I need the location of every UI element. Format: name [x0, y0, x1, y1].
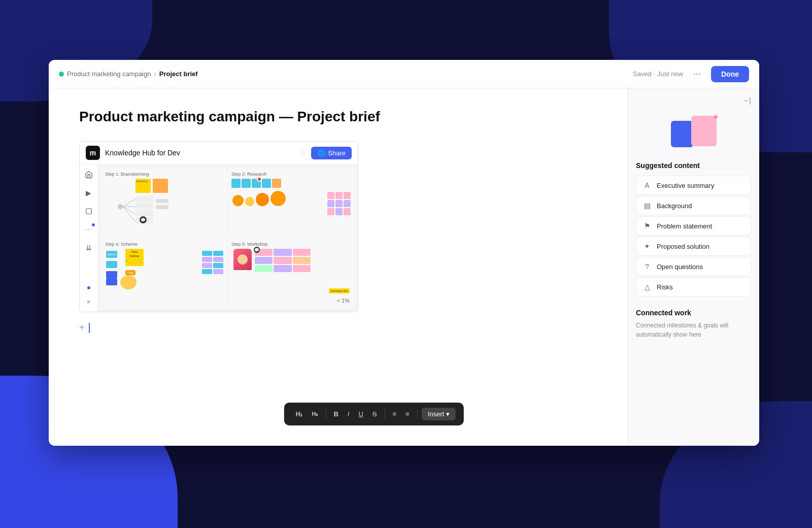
flow-node3 [202, 257, 212, 262]
svg-rect-11 [156, 205, 168, 209]
svg-rect-0 [86, 209, 91, 214]
collapse-sidebar-button[interactable]: →| [742, 96, 751, 105]
blob-shape [120, 275, 137, 289]
done-button[interactable]: Done [711, 66, 749, 82]
ws-sticky9 [293, 265, 311, 272]
bullet-list-button[interactable]: ≡ [389, 408, 400, 420]
circle-yellow1 [245, 197, 254, 206]
ws-sticky5 [274, 257, 291, 264]
suggested-content-list: A Executive summary ▤ Background ⚑ Probl… [636, 176, 751, 296]
ws-sticky8 [274, 265, 291, 272]
proposed-solution-label: Proposed solution [657, 243, 709, 250]
saved-status: Saved · Just now [633, 70, 683, 78]
svg-line-5 [123, 207, 136, 222]
diga-label: Diga [125, 270, 136, 275]
miro-quadrant-scheme[interactable]: Step 4: Scheme Joanne Databackup → [102, 239, 227, 308]
ws-sticky6 [293, 257, 311, 264]
miro-percent: < 1% [337, 298, 350, 304]
miro-dot-icon[interactable] [87, 286, 90, 289]
miro-nav-icon[interactable]: ⇊ [83, 242, 95, 254]
miro-canvas[interactable]: Step 1: Brainstorming Marketing [98, 164, 358, 312]
sticky-purple3 [344, 200, 351, 207]
ws-sticky3 [293, 249, 311, 256]
underline-button[interactable]: U [355, 408, 366, 420]
risks-icon: △ [642, 283, 652, 291]
circle-orange2 [256, 193, 269, 206]
suggested-item-open-questions[interactable]: ? Open questions [636, 257, 751, 276]
flow-node7 [202, 269, 212, 274]
miro-frame-icon[interactable] [83, 205, 95, 217]
suggested-item-proposed-solution[interactable]: ✦ Proposed solution [636, 237, 751, 256]
strikethrough-button[interactable]: S [369, 408, 381, 420]
miro-board-title: Knowledge Hub for Dev [105, 149, 294, 157]
miro-quadrant-research[interactable]: Step 2: Research [228, 169, 354, 238]
mind-map-svg [105, 189, 224, 224]
suggested-content-title: Suggested content [636, 161, 751, 170]
format-toolbar: H₁ H₂ B I U S ≡ ≡ Insert ▾ [284, 403, 464, 425]
breadcrumb-parent[interactable]: Product marketing campaign [67, 70, 151, 78]
cursor-area[interactable]: + [79, 322, 597, 333]
bold-button[interactable]: B [330, 408, 342, 420]
flow-node6 [213, 263, 223, 268]
header-bar: Product marketing campaign › Project bri… [49, 60, 759, 88]
sidebar-illustration: ✦ [636, 111, 751, 151]
right-sidebar: →| ✦ Suggested content A Executive summa… [627, 88, 759, 446]
svg-rect-10 [156, 199, 168, 203]
more-button[interactable]: ··· [689, 67, 705, 81]
sticky-purple1 [327, 200, 334, 207]
notification-dot [92, 223, 95, 226]
h1-button[interactable]: H₁ [292, 409, 307, 420]
suggested-item-problem-statement[interactable]: ⚑ Problem statement [636, 216, 751, 236]
suggested-item-executive-summary[interactable]: A Executive summary [636, 176, 751, 195]
q2-label: Step 2: Research [231, 172, 351, 177]
toolbar-separator-3 [417, 409, 418, 419]
flow-node8 [213, 269, 223, 274]
toolbar-separator-2 [384, 409, 385, 419]
numbered-list-button[interactable]: ≡ [402, 408, 413, 420]
sticky-orange2 [272, 179, 281, 188]
character-card [233, 249, 252, 270]
globe-icon: 🌐 [317, 149, 325, 157]
miro-chevron-icon[interactable]: » [83, 295, 95, 308]
miro-embed[interactable]: m Knowledge Hub for Dev ☆ 🌐 Share [79, 141, 358, 312]
executive-summary-label: Executive summary [657, 182, 714, 189]
insert-button[interactable]: Insert ▾ [422, 408, 456, 420]
sticky-pink2 [335, 192, 343, 199]
sticky-purple4 [335, 208, 343, 215]
suggested-item-background[interactable]: ▤ Background [636, 196, 751, 215]
miro-star-icon[interactable]: ☆ [299, 149, 306, 157]
sparkle-icon: ✦ [712, 112, 720, 123]
miro-cursor-icon[interactable]: ▶ [83, 187, 95, 199]
sticky-blue2 [242, 179, 251, 188]
h2-button[interactable]: H₂ [308, 409, 321, 419]
ws-sticky7 [255, 265, 273, 272]
problem-statement-label: Problem statement [657, 222, 712, 230]
open-questions-icon: ? [642, 262, 652, 271]
insert-plus[interactable]: + [79, 322, 85, 333]
doc-title: Product marketing campaign — Project bri… [79, 109, 597, 125]
miro-quadrant-brainstorming[interactable]: Step 1: Brainstorming Marketing [102, 169, 227, 238]
risks-label: Risks [657, 283, 673, 291]
sticky-purple2 [335, 200, 343, 207]
project-dot [59, 72, 64, 77]
arrow-right: → [123, 257, 129, 264]
q1-label: Step 1: Brainstorming [105, 172, 224, 177]
suggested-item-risks[interactable]: △ Risks [636, 277, 751, 296]
scheme-node3 [106, 271, 117, 278]
header-right: Saved · Just now ··· Done [633, 66, 749, 82]
proposed-solution-icon: ✦ [642, 242, 652, 250]
svg-point-1 [118, 204, 123, 209]
miro-quadrant-workshop[interactable]: Step 5: Workshop [228, 239, 354, 308]
executive-summary-icon: A [642, 181, 652, 189]
svg-rect-7 [136, 203, 153, 209]
italic-button[interactable]: I [344, 408, 353, 420]
q3-label: Step 4: Scheme [105, 242, 224, 247]
miro-more-icon[interactable]: ··· [83, 223, 95, 236]
scheme-node1: Joanne [106, 251, 117, 258]
problem-statement-icon: ⚑ [642, 222, 652, 230]
svg-rect-6 [136, 196, 153, 202]
miro-home-icon[interactable] [83, 169, 95, 181]
miro-logo: m [86, 146, 100, 160]
miro-share-button[interactable]: 🌐 Share [311, 147, 352, 159]
editor-area[interactable]: Product marketing campaign — Project bri… [49, 88, 627, 446]
